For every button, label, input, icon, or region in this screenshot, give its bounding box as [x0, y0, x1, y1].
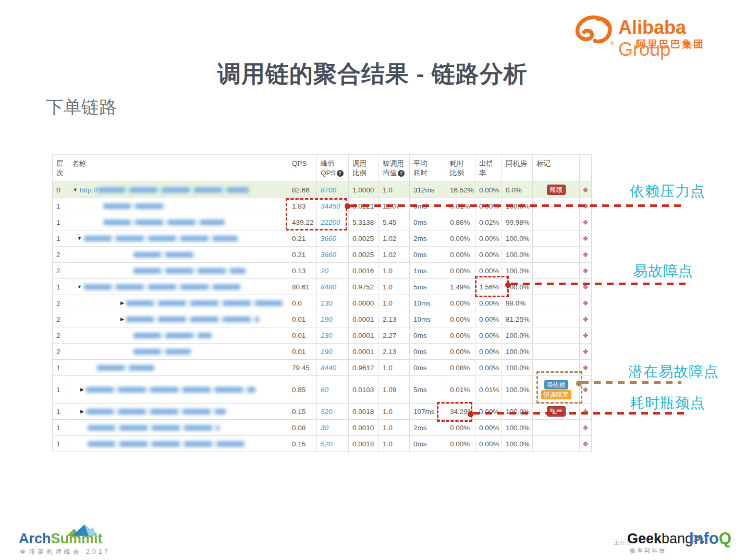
- expand-arrow-icon[interactable]: ▶: [80, 409, 84, 414]
- expand-arrow-icon[interactable]: ▶: [120, 300, 124, 306]
- cell-error-rate: 0.00%: [475, 327, 502, 344]
- trace-nav-icon[interactable]: ❖: [582, 424, 589, 432]
- cell-call-ratio: 0.9612: [349, 360, 379, 376]
- expand-arrow-icon[interactable]: ▶: [80, 387, 84, 392]
- column-header-same_dc: 同机房: [502, 155, 533, 182]
- cell-cost-ratio: 0.86%: [446, 214, 475, 230]
- column-header-marks: 标记: [533, 155, 580, 182]
- help-icon[interactable]: ?: [337, 170, 344, 177]
- cell-qps: 0.21: [288, 230, 317, 247]
- cell-error-rate: 0.00%: [475, 182, 502, 198]
- cell-cost-ratio: 0.00%: [446, 230, 475, 247]
- cell-avg-cost: 2ms: [410, 230, 446, 247]
- cell-peak-qps: 8480: [317, 279, 349, 295]
- cell-same-dc: 100.0%: [502, 327, 533, 344]
- collapse-arrow-icon[interactable]: ▼: [73, 187, 78, 192]
- cell-cost-ratio: 0.00%: [446, 247, 475, 263]
- help-icon[interactable]: ?: [398, 170, 405, 177]
- cell-level: 2: [53, 327, 68, 344]
- trace-nav-icon[interactable]: ❖: [582, 186, 589, 194]
- cell-qps: 0.08: [288, 420, 317, 436]
- cell-cost-ratio: 0.00%: [446, 295, 475, 311]
- cell-qps: 1.83: [288, 198, 317, 214]
- cell-call-ratio: 0.0000: [349, 295, 379, 311]
- cell-cost-ratio: 34.29%: [446, 404, 475, 420]
- expand-arrow-icon[interactable]: ▶: [120, 316, 124, 322]
- cell-qps: 0.21: [288, 247, 317, 263]
- geekbang-cn-label: 极客邦科技: [630, 547, 666, 555]
- cell-called-avg: 5.45: [379, 214, 410, 230]
- cell-cost-ratio: 0.00%: [446, 420, 475, 436]
- table-row: 1439.22222005.31385.450ms0.86%0.02%99.98…: [53, 214, 592, 230]
- cell-called-avg: 11.07: [379, 198, 410, 214]
- indent-spacer: [72, 392, 80, 392]
- cell-marks: [533, 344, 580, 360]
- cell-called-avg: 1.0: [379, 182, 410, 198]
- cell-marks: [533, 214, 580, 230]
- cell-level: 1: [53, 230, 68, 247]
- cell-avg-cost: 0ms: [410, 247, 446, 263]
- cell-peak-qps: 190: [317, 311, 349, 327]
- cell-avg-cost: 312ms: [410, 182, 446, 198]
- cell-call-ratio: 0.9752: [349, 279, 379, 295]
- trace-nav-icon[interactable]: ❖: [582, 299, 589, 307]
- trace-nav-icon[interactable]: ❖: [582, 202, 589, 210]
- indent-spacer: [72, 430, 88, 430]
- cell-cost-ratio: 1.49%: [446, 279, 475, 295]
- trace-nav-icon[interactable]: ❖: [582, 218, 589, 226]
- indent-spacer: [72, 224, 103, 225]
- blurred-service-name: [97, 187, 249, 193]
- cell-level: 2: [53, 344, 68, 360]
- column-header-peak: 峰值QPS?: [317, 155, 349, 182]
- cell-nav: ❖: [580, 295, 592, 311]
- trace-nav-icon[interactable]: ❖: [582, 251, 589, 259]
- trace-nav-icon[interactable]: ❖: [582, 440, 589, 448]
- trace-nav-icon[interactable]: ❖: [582, 315, 589, 323]
- cell-marks: [533, 295, 580, 311]
- cell-same-dc: 100.0%: [502, 279, 533, 295]
- trace-nav-icon[interactable]: ❖: [582, 348, 589, 356]
- table-header-row: 层次名称QPS峰值QPS?调用比例被调用均值?平均耗时耗时比例出错率同机房标记: [53, 155, 592, 182]
- cell-call-ratio: 0.0001: [349, 327, 379, 344]
- trace-nav-icon[interactable]: ❖: [582, 364, 589, 372]
- indent-spacer: [72, 354, 133, 354]
- cell-error-rate: 0.00%: [475, 360, 502, 376]
- cell-cost-ratio: 0.00%: [446, 311, 475, 327]
- cell-nav: ❖: [580, 279, 592, 295]
- collapse-arrow-icon[interactable]: ▼: [77, 236, 82, 241]
- indent-spacer: [72, 289, 77, 289]
- cell-level: 1: [53, 279, 68, 295]
- cell-error-rate: 0.00%: [475, 404, 502, 420]
- cell-avg-cost: 10ms: [410, 295, 446, 311]
- cell-name: ▼: [68, 230, 288, 247]
- blurred-service-name: [86, 409, 226, 415]
- cell-qps: 0.15: [288, 404, 317, 420]
- trace-nav-icon[interactable]: ❖: [582, 235, 589, 242]
- cell-name: ▼: [68, 279, 288, 295]
- column-header-nav: [580, 155, 592, 182]
- trace-nav-icon[interactable]: ❖: [582, 267, 589, 275]
- cell-nav: ❖: [580, 420, 592, 436]
- cell-cost-ratio: 0.01%: [446, 198, 475, 214]
- cell-same-dc: 100.0%: [502, 247, 533, 263]
- cell-call-ratio: 0.0010: [349, 420, 379, 436]
- table-row: 0▼http://82.6687001.00001.0312ms16.52%0.…: [53, 182, 592, 198]
- cell-marks: [533, 263, 580, 279]
- trace-nav-icon[interactable]: ❖: [582, 283, 589, 291]
- cell-error-rate: 0.00%: [475, 295, 502, 311]
- trace-nav-icon[interactable]: ❖: [582, 332, 589, 339]
- cell-error-rate: 0.00%: [475, 198, 502, 214]
- cell-call-ratio: 0.0016: [349, 263, 379, 279]
- cell-marks: [533, 198, 580, 214]
- trace-nav-icon[interactable]: ❖: [582, 386, 589, 394]
- cell-nav: ❖: [580, 214, 592, 230]
- annotation-fault-prone: 易故障点: [633, 261, 693, 281]
- cell-level: 1: [53, 420, 68, 436]
- collapse-arrow-icon[interactable]: ▼: [77, 284, 82, 289]
- column-header-qps: QPS: [288, 155, 317, 182]
- cell-peak-qps: 3660: [317, 230, 349, 247]
- cell-level: 1: [53, 360, 68, 376]
- cell-avg-cost: 5ms: [410, 279, 446, 295]
- trace-nav-icon[interactable]: ❖: [582, 408, 589, 416]
- cell-call-ratio: 0.0018: [349, 436, 379, 452]
